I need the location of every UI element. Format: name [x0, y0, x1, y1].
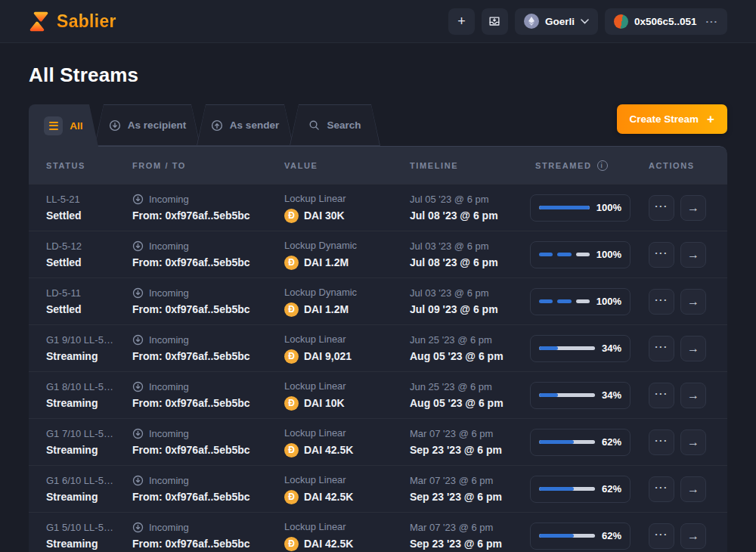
ethereum-icon: [524, 14, 539, 29]
ellipsis-icon: ···: [655, 294, 668, 305]
inbox-button[interactable]: [482, 8, 508, 35]
streamed-progress: 34%: [530, 335, 631, 362]
end-date: Sep 23 '23 @ 6 pm: [410, 444, 518, 456]
ellipsis-icon: ···: [655, 200, 668, 212]
incoming-icon: [132, 240, 144, 252]
table-header: STATUS FROM / TO VALUE TIMELINE STREAMED…: [29, 146, 727, 184]
table-row[interactable]: LD-5-11Settled IncomingFrom: 0xf976af..5…: [29, 278, 727, 324]
wallet-button[interactable]: 0x506c5..051 ···: [605, 8, 727, 35]
row-menu-button[interactable]: ···: [649, 476, 674, 502]
counterparty: From: 0xf976af..5eb5bc: [132, 444, 267, 456]
tab-label: All: [70, 120, 82, 132]
row-menu-button[interactable]: ···: [649, 195, 674, 221]
streamed-progress: 100%: [530, 288, 631, 315]
stream-status: Settled: [46, 256, 115, 268]
stream-amount: DAI 42.5K: [304, 538, 353, 550]
start-date: Jul 03 '23 @ 6 pm: [410, 287, 518, 299]
table-row[interactable]: G1 5/10 LL-5…Streaming IncomingFrom: 0xf…: [29, 512, 727, 552]
row-open-button[interactable]: →: [680, 289, 706, 315]
stream-id: G1 9/10 LL-5…: [46, 334, 115, 346]
counterparty: From: 0xf976af..5eb5bc: [132, 350, 267, 362]
stream-shape: Lockup Linear: [284, 380, 392, 392]
header-timeline: TIMELINE: [392, 161, 518, 170]
tab-search[interactable]: Search: [290, 104, 380, 146]
row-open-button[interactable]: →: [680, 336, 706, 361]
row-menu-button[interactable]: ···: [649, 242, 674, 268]
info-icon[interactable]: i: [597, 160, 608, 171]
tab-all[interactable]: All: [29, 104, 98, 147]
arrow-right-icon: →: [687, 482, 699, 496]
counterparty: From: 0xf976af..5eb5bc: [132, 397, 267, 409]
arrow-right-icon: →: [687, 248, 699, 262]
wallet-menu-dots-icon[interactable]: ···: [706, 16, 719, 27]
row-open-button[interactable]: →: [680, 242, 706, 268]
dai-token-icon: Ð: [284, 209, 299, 223]
stream-amount: DAI 1.2M: [304, 256, 349, 268]
create-stream-label: Create Stream: [630, 113, 699, 125]
table-row[interactable]: G1 7/10 LL-5…Streaming IncomingFrom: 0xf…: [29, 418, 727, 465]
sablier-logo[interactable]: Sablier: [29, 11, 116, 33]
add-button[interactable]: +: [448, 8, 475, 35]
row-open-button[interactable]: →: [680, 195, 706, 221]
counterparty: From: 0xf976af..5eb5bc: [132, 209, 267, 222]
row-open-button[interactable]: →: [680, 476, 706, 502]
row-open-button[interactable]: →: [680, 430, 706, 455]
start-date: Jun 25 '23 @ 6 pm: [410, 381, 518, 392]
tab-label: As sender: [230, 119, 279, 131]
row-menu-button[interactable]: ···: [649, 289, 674, 315]
ellipsis-icon: ···: [655, 247, 668, 259]
dai-token-icon: Ð: [284, 256, 299, 270]
streams-table: STATUS FROM / TO VALUE TIMELINE STREAMED…: [29, 146, 727, 552]
network-selector[interactable]: Goerli: [515, 8, 598, 35]
row-menu-button[interactable]: ···: [649, 383, 674, 408]
streamed-progress: 62%: [530, 429, 631, 456]
stream-amount: DAI 42.5K: [304, 444, 353, 456]
direction-label: Incoming: [149, 522, 189, 533]
start-date: Jun 25 '23 @ 6 pm: [410, 334, 518, 346]
ellipsis-icon: ···: [655, 388, 668, 399]
table-row[interactable]: LL-5-21Settled IncomingFrom: 0xf976af..5…: [29, 184, 727, 231]
stream-status: Streaming: [46, 491, 115, 503]
table-row[interactable]: LD-5-12Settled IncomingFrom: 0xf976af..5…: [29, 231, 727, 278]
stream-amount: DAI 30K: [304, 209, 345, 222]
tab-as-recipient[interactable]: As recipient: [94, 104, 200, 146]
brand-name: Sablier: [57, 11, 116, 32]
header-from-to: FROM / TO: [115, 161, 267, 170]
counterparty: From: 0xf976af..5eb5bc: [132, 538, 267, 550]
table-row[interactable]: G1 8/10 LL-5…Streaming IncomingFrom: 0xf…: [29, 371, 727, 418]
stream-shape: Lockup Linear: [284, 521, 392, 532]
streamed-progress: 62%: [530, 523, 631, 550]
dai-token-icon: Ð: [284, 443, 299, 457]
arrow-right-icon: →: [687, 529, 699, 543]
create-stream-button[interactable]: Create Stream +: [617, 104, 727, 134]
stream-amount: DAI 10K: [304, 397, 345, 409]
row-menu-button[interactable]: ···: [649, 430, 674, 455]
ellipsis-icon: ···: [655, 341, 668, 352]
ellipsis-icon: ···: [655, 482, 668, 493]
row-open-button[interactable]: →: [680, 523, 706, 549]
direction-label: Incoming: [149, 240, 189, 252]
streamed-progress: 62%: [530, 476, 631, 503]
direction-label: Incoming: [149, 287, 189, 299]
top-bar: Sablier + Goerli 0x506c5..051: [0, 0, 756, 43]
start-date: Jul 05 '23 @ 6 pm: [410, 194, 518, 205]
direction-label: Incoming: [149, 428, 189, 439]
arrow-right-icon: →: [687, 295, 699, 309]
tab-label: As recipient: [128, 119, 186, 131]
tab-as-sender[interactable]: As sender: [197, 104, 293, 146]
stream-shape: Lockup Linear: [284, 333, 392, 345]
stream-id: LL-5-21: [46, 194, 115, 205]
stream-amount: DAI 9,021: [304, 350, 352, 362]
table-row[interactable]: G1 6/10 LL-5…Streaming IncomingFrom: 0xf…: [29, 465, 727, 512]
streamed-percent: 34%: [602, 389, 621, 401]
table-row[interactable]: G1 9/10 LL-5…Streaming IncomingFrom: 0xf…: [29, 324, 727, 371]
row-menu-button[interactable]: ···: [649, 523, 674, 549]
wallet-address: 0x506c5..051: [634, 16, 697, 27]
direction-label: Incoming: [149, 194, 189, 205]
streamed-percent: 100%: [596, 202, 621, 213]
row-menu-button[interactable]: ···: [649, 336, 674, 361]
incoming-icon: [132, 428, 144, 439]
start-date: Mar 07 '23 @ 6 pm: [410, 428, 518, 439]
row-open-button[interactable]: →: [680, 383, 706, 408]
streamed-progress: 100%: [530, 194, 631, 222]
